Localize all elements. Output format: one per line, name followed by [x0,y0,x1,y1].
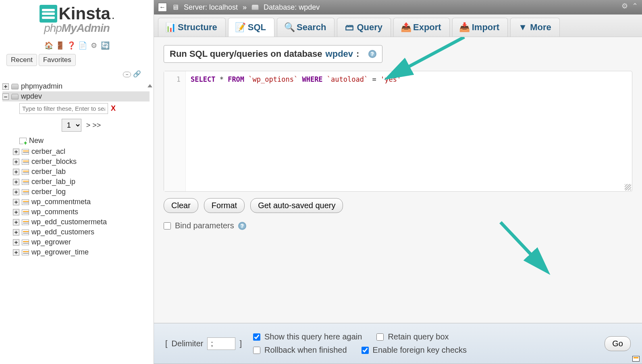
back-button[interactable]: ← [158,3,167,12]
tree-table-label: wp_egrower_time [31,248,89,256]
help-icon[interactable]: ? [368,50,376,58]
tree-table-cerber_lab[interactable]: +cerber_lab [13,167,150,177]
tree-table-label: wp_edd_customermeta [31,218,107,226]
clear-button[interactable]: Clear [164,198,198,213]
table-icon [22,209,29,215]
tree-table-label: wp_commentmeta [31,198,91,206]
expand-icon[interactable]: + [2,83,9,90]
reload-icon[interactable]: 🔄 [101,41,110,50]
expand-icon[interactable]: + [13,239,19,246]
help-icon[interactable]: ? [238,222,246,230]
tab-import[interactable]: 📥Import [452,18,508,37]
expand-icon[interactable]: + [13,149,19,155]
bind-parameters-checkbox[interactable] [164,222,171,230]
server-icon: 🖥 [172,3,179,12]
delim-label: Delimiter [172,339,204,348]
tab-export[interactable]: 📤Export [393,18,450,37]
show-again-label: Show this query here again [264,332,362,341]
export-icon: 📤 [402,23,410,31]
table-icon [22,219,29,225]
tab-more[interactable]: ▼More [510,18,560,37]
tree-scroll-up[interactable] [147,80,153,92]
settings-icon[interactable]: ⚙ [89,41,98,50]
console-icon[interactable] [632,356,640,362]
tree-table-cerber_blocks[interactable]: +cerber_blocks [13,157,150,167]
tree-table-cerber_acl[interactable]: +cerber_acl [13,147,150,157]
tab-search[interactable]: 🔍Search [277,18,335,37]
tree-table-wp_egrower[interactable]: +wp_egrower [13,237,150,247]
tree-table-cerber_lab_ip[interactable]: +cerber_lab_ip [13,177,150,187]
page-collapse-icon[interactable]: ⌃ [632,2,638,10]
link-icon[interactable]: 🔗 [133,69,141,78]
db-tree[interactable]: + phpmyadmin − wpdev X 1 > >> [0,80,154,364]
retain-row[interactable]: Retain query box [376,332,449,341]
docs-icon[interactable]: ❓ [67,41,76,50]
tree-table-label: cerber_blocks [31,157,77,166]
tree-page-select[interactable]: 1 [62,119,81,132]
retain-label: Retain query box [388,332,449,341]
tab-query[interactable]: 🗃Query [337,18,391,37]
expand-icon[interactable]: + [13,199,19,205]
rollback-checkbox[interactable] [253,347,260,354]
tree-page-next[interactable]: > >> [86,121,101,130]
resize-handle[interactable] [625,184,631,190]
home-icon[interactable]: 🏠 [44,41,53,50]
fk-row[interactable]: Enable foreign key checks [362,345,467,355]
expand-icon[interactable]: + [13,219,19,225]
bc-server-link[interactable]: localhost [209,3,238,11]
rollback-row[interactable]: Rollback when finished [253,345,347,355]
collapse-all-icon[interactable]: − [123,72,131,77]
tree-filter-input[interactable] [19,103,108,114]
tree-filter-clear[interactable]: X [111,104,116,112]
expand-icon[interactable]: + [13,169,19,175]
footer-checks: Show this query here again Retain query … [253,332,511,355]
sql-history-icon[interactable]: 📄 [78,41,87,50]
tree-table-wp_commentmeta[interactable]: +wp_commentmeta [13,197,150,207]
brand-dot: . [112,12,114,21]
tab-favorites[interactable]: Favorites [39,54,76,66]
format-button[interactable]: Format [204,198,245,213]
tree-db-phpmyadmin[interactable]: + phpmyadmin [2,81,150,91]
retain-checkbox[interactable] [376,333,384,341]
tab-sql[interactable]: 📝SQL [228,18,274,37]
show-again-checkbox[interactable] [253,333,260,341]
expand-icon[interactable]: + [13,209,19,215]
brand-block: Kinsta. phpMyAdmin [0,0,154,39]
expand-icon[interactable]: + [13,159,19,165]
tree-table-wp_egrower_time[interactable]: +wp_egrower_time [13,247,150,257]
delim-open: [ [165,339,168,348]
collapse-icon[interactable]: − [2,93,9,100]
editor-code[interactable]: SELECT * FROM `wp_options` WHERE `autolo… [186,71,632,191]
expand-icon[interactable]: + [13,229,19,236]
autosaved-button[interactable]: Get auto-saved query [250,198,343,213]
delimiter-input[interactable] [207,337,235,350]
new-table-icon [19,138,27,144]
tree-table-cerber_log[interactable]: +cerber_log [13,187,150,197]
logout-icon[interactable]: 🚪 [56,41,64,50]
expand-icon[interactable]: + [13,249,19,256]
query-icon: 🗃 [345,23,353,31]
tab-recent[interactable]: Recent [6,54,37,66]
tree-table-label: cerber_acl [31,147,65,156]
run-query-legend: Run SQL query/queries on database wpdev:… [164,45,382,63]
sp [298,75,302,83]
show-again-row[interactable]: Show this query here again [253,332,362,341]
expand-icon[interactable]: + [13,179,19,185]
page-settings-icon[interactable]: ⚙ [621,2,628,10]
tree-table-wp_edd_customers[interactable]: +wp_edd_customers [13,227,150,237]
table-icon [22,169,29,175]
sql-editor[interactable]: 1 SELECT * FROM `wp_options` WHERE `auto… [164,71,632,192]
table-icon [22,199,29,205]
bc-db-link[interactable]: wpdev [299,3,320,11]
tree-table-wp_comments[interactable]: +wp_comments [13,207,150,217]
tree-db-wpdev[interactable]: − wpdev [2,91,150,101]
expand-icon[interactable]: + [13,189,19,195]
go-button[interactable]: Go [605,336,631,351]
tree-new-table[interactable]: New [13,135,150,147]
tab-structure[interactable]: 📊Structure [158,18,226,37]
tree-table-wp_edd_customermeta[interactable]: +wp_edd_customermeta [13,217,150,227]
brand-logo: Kinsta. [8,4,145,23]
fk-checkbox[interactable] [362,347,369,354]
tok-val: 'yes' [380,75,401,83]
table-icon [22,179,29,185]
